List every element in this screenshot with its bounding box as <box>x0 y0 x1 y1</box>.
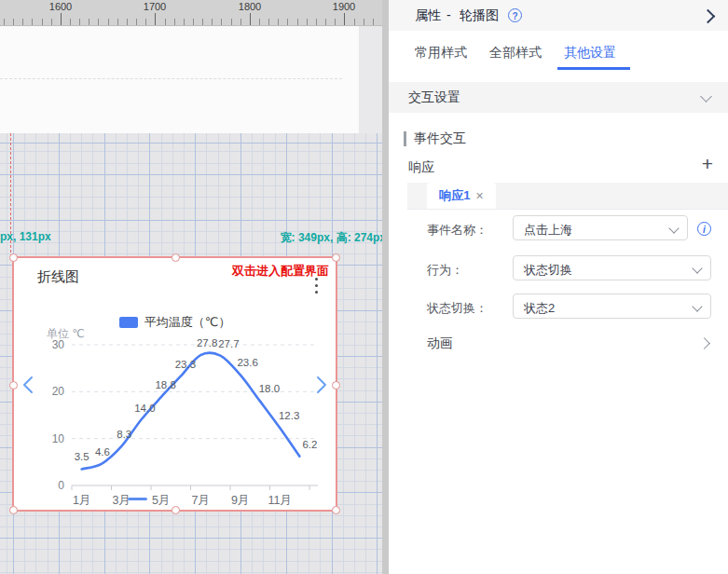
kebab-menu-icon[interactable] <box>315 278 319 297</box>
ruler-label: 1800 <box>239 1 261 12</box>
screen-artboard[interactable] <box>0 26 359 133</box>
svg-text:11月: 11月 <box>268 494 291 507</box>
event-interaction-title: 事件交互 <box>414 130 466 147</box>
ruler-major-tick <box>250 13 251 25</box>
add-response-icon[interactable]: + <box>702 153 713 175</box>
legend-swatch <box>119 317 138 328</box>
svg-text:14.0: 14.0 <box>134 403 155 414</box>
svg-text:4.6: 4.6 <box>95 446 110 458</box>
event-name-value: 点击上海 <box>524 222 572 239</box>
svg-text:20: 20 <box>52 385 65 398</box>
carousel-indicator[interactable] <box>128 498 147 500</box>
response-tab-label: 响应1 <box>439 187 470 204</box>
tab-common-style[interactable]: 常用样式 <box>415 45 467 62</box>
ruler-major-tick <box>344 13 345 25</box>
behavior-value: 状态切换 <box>524 262 572 279</box>
tab-all-style[interactable]: 全部样式 <box>489 45 542 62</box>
chevron-down-icon <box>692 301 702 311</box>
chevron-down-icon <box>692 263 702 273</box>
artboard-guide-line <box>0 78 342 79</box>
ruler-major-tick <box>61 13 62 25</box>
panel-title-dash: - <box>446 7 451 22</box>
svg-text:27.7: 27.7 <box>218 338 239 349</box>
chart-legend[interactable]: 平均温度（℃） <box>14 314 336 331</box>
svg-text:12.3: 12.3 <box>279 410 299 421</box>
properties-panel: 属性 - 轮播图 ? 常用样式 全部样式 其他设置 交互设置 事件交互 响应 +… <box>389 0 728 574</box>
svg-text:3月: 3月 <box>112 494 130 507</box>
state-switch-label: 状态切换： <box>427 300 488 317</box>
svg-text:1月: 1月 <box>73 494 90 507</box>
state-switch-value: 状态2 <box>524 300 555 317</box>
svg-text:7月: 7月 <box>191 494 209 507</box>
animation-label: 动画 <box>427 335 453 352</box>
legend-label: 平均温度（℃） <box>144 314 231 331</box>
selection-handle-nw[interactable] <box>9 253 18 262</box>
svg-text:30: 30 <box>52 338 65 351</box>
app-root: 1600 1700 1800 1900 px, 131px 宽: 349px, … <box>0 0 728 574</box>
svg-text:10: 10 <box>52 432 65 445</box>
carousel-widget[interactable]: 0102030单位 ℃1月3月5月7月9月11月3.54.68.314.018.… <box>12 256 337 512</box>
selection-handle-n[interactable] <box>172 253 180 262</box>
svg-text:3.5: 3.5 <box>75 451 89 462</box>
event-name-select[interactable]: 点击上海 <box>513 215 688 240</box>
tab-other-settings[interactable]: 其他设置 <box>564 45 616 62</box>
svg-text:27.8: 27.8 <box>197 337 217 348</box>
behavior-select[interactable]: 状态切换 <box>513 255 711 280</box>
selection-handle-s[interactable] <box>172 506 180 514</box>
svg-text:0: 0 <box>58 479 64 492</box>
ruler-label: 1700 <box>144 1 166 12</box>
widget-size-label: 宽: 349px, 高: 274px <box>224 230 386 246</box>
carousel-prev-icon[interactable] <box>21 376 36 394</box>
chart-title: 折线图 <box>37 268 79 286</box>
state-switch-select[interactable]: 状态2 <box>513 294 711 319</box>
widget-position-label: px, 131px <box>0 230 51 243</box>
svg-text:9月: 9月 <box>231 494 249 507</box>
help-icon[interactable]: ? <box>508 8 522 22</box>
selection-handle-w[interactable] <box>9 381 18 390</box>
selection-handle-sw[interactable] <box>9 506 18 514</box>
group-accent-bar <box>404 131 406 146</box>
info-icon[interactable]: i <box>697 222 711 236</box>
horizontal-ruler: 1600 1700 1800 1900 <box>0 0 389 26</box>
response-tab-1[interactable]: 响应1 × <box>427 183 496 209</box>
ruler-label: 1900 <box>333 1 355 12</box>
selected-component-name: 轮播图 <box>460 7 499 24</box>
carousel-next-icon[interactable] <box>313 376 328 394</box>
interaction-settings-title: 交互设置 <box>408 89 460 106</box>
chevron-right-icon[interactable] <box>698 337 710 349</box>
selection-handle-e[interactable] <box>332 381 340 390</box>
svg-text:18.8: 18.8 <box>155 379 175 390</box>
svg-text:23.6: 23.6 <box>237 357 257 368</box>
svg-text:18.0: 18.0 <box>259 383 280 394</box>
ruler-major-tick <box>155 13 156 25</box>
behavior-label: 行为： <box>427 262 463 279</box>
svg-text:8.3: 8.3 <box>117 429 131 440</box>
panel-title: 属性 <box>415 7 441 24</box>
chevron-down-icon <box>668 223 679 233</box>
svg-text:6.2: 6.2 <box>302 439 317 450</box>
ruler-label: 1600 <box>49 1 72 12</box>
svg-text:5月: 5月 <box>152 494 170 507</box>
panel-divider[interactable] <box>382 0 389 574</box>
selection-handle-se[interactable] <box>332 506 340 514</box>
active-tab-underline <box>557 67 630 70</box>
event-name-label: 事件名称： <box>427 222 488 239</box>
response-label: 响应 <box>408 159 434 176</box>
line-chart-svg: 0102030单位 ℃1月3月5月7月9月11月3.54.68.314.018.… <box>14 258 336 510</box>
close-icon[interactable]: × <box>476 188 484 203</box>
svg-text:23.3: 23.3 <box>175 359 196 370</box>
selection-handle-ne[interactable] <box>332 253 340 262</box>
